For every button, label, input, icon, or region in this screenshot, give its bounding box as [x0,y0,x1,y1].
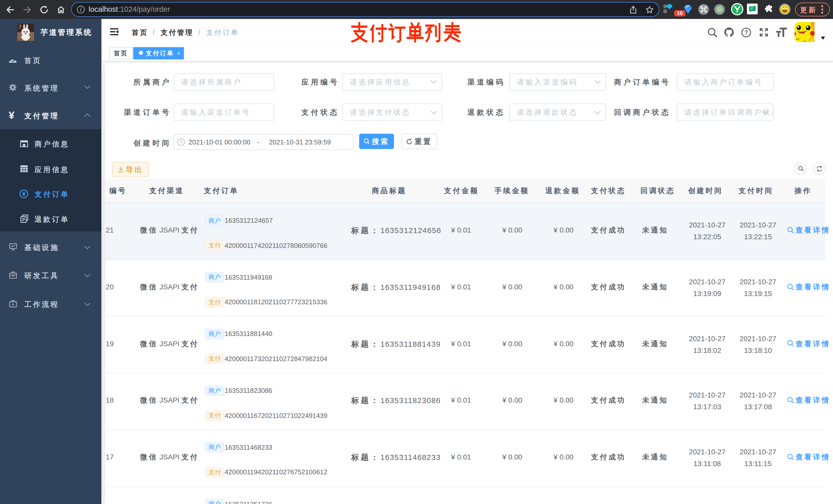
svg-text:?: ? [744,29,748,35]
